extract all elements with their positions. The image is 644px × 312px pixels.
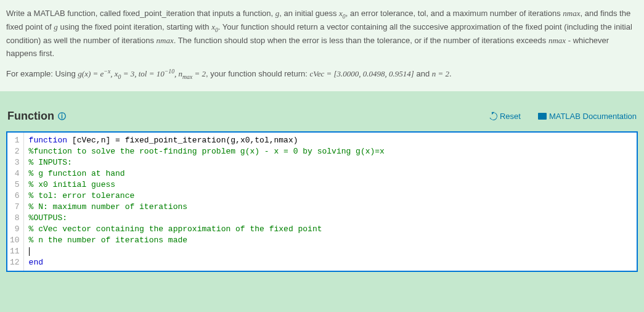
code-line[interactable] [29,246,632,257]
reset-icon [488,112,499,122]
line-number: 8 [10,213,20,224]
section-title: Function ⓘ [7,110,66,123]
problem-statement: Write a MATLAB function, called fixed_po… [0,0,644,91]
line-number: 11 [10,246,20,257]
matlab-documentation-link[interactable]: MATLAB Documentation [538,112,637,121]
doc-label: MATLAB Documentation [549,112,637,121]
code-line[interactable]: % cVec vector containing the approximati… [29,224,632,235]
reset-label: Reset [500,112,521,121]
problem-paragraph-1: Write a MATLAB function, called fixed_po… [6,7,638,60]
line-number: 12 [10,257,20,268]
book-icon [538,113,547,120]
code-line[interactable]: % N: maximum number of iterations [29,202,632,213]
code-editor[interactable]: 123456789101112 function [cVec,n] = fixe… [6,131,638,272]
line-number: 2 [10,146,20,157]
line-number: 3 [10,157,20,168]
code-line[interactable]: % tol: error tolerance [29,191,632,202]
text-cursor [29,247,30,256]
line-number: 10 [10,235,20,246]
line-number: 7 [10,202,20,213]
code-line[interactable]: % INPUTS: [29,157,632,168]
line-number: 4 [10,168,20,179]
reset-button[interactable]: Reset [489,112,521,121]
line-number: 9 [10,224,20,235]
code-line[interactable]: %function to solve the root-finding prob… [29,146,632,157]
code-line[interactable]: function [cVec,n] = fixed_point_iteratio… [29,135,632,146]
line-number-gutter: 123456789101112 [7,133,24,271]
line-number: 1 [10,135,20,146]
section-title-text: Function [7,110,54,123]
problem-paragraph-2: For example: Using g(x) = e−x, x0 = 3, t… [6,67,638,82]
code-line[interactable]: %OUTPUS: [29,213,632,224]
code-line[interactable]: end [29,257,632,268]
code-line[interactable]: % x0 initial guess [29,179,632,191]
code-line[interactable]: % g function at hand [29,168,632,179]
header-links: Reset MATLAB Documentation [489,112,637,121]
code-area[interactable]: function [cVec,n] = fixed_point_iteratio… [24,133,637,271]
code-line[interactable]: % n the number of iterations made [29,235,632,246]
line-number: 5 [10,179,20,191]
section-header: Function ⓘ Reset MATLAB Documentation [0,91,644,131]
line-number: 6 [10,191,20,202]
help-icon[interactable]: ⓘ [58,111,66,122]
